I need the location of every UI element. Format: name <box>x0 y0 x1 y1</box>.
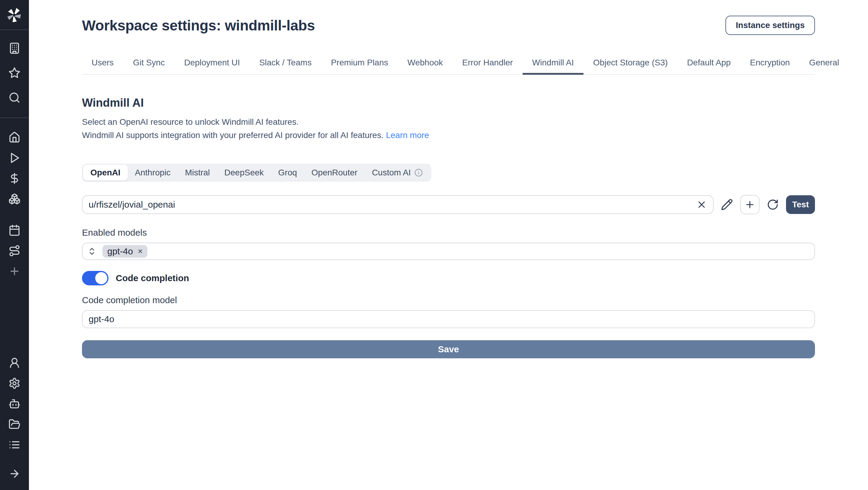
provider-tab-openai[interactable]: OpenAI <box>83 165 128 181</box>
edit-resource-pencil-icon[interactable] <box>721 198 733 211</box>
code-completion-toggle[interactable] <box>82 271 108 285</box>
user-icon[interactable] <box>8 357 21 369</box>
tab-users[interactable]: Users <box>82 58 123 75</box>
route-icon[interactable] <box>8 245 21 257</box>
tab-windmill-ai[interactable]: Windmill AI <box>523 58 584 75</box>
tab-error-handler[interactable]: Error Handler <box>453 58 523 75</box>
provider-tab-mistral[interactable]: Mistral <box>178 165 217 181</box>
folder-open-icon[interactable] <box>8 418 21 430</box>
section-heading: Windmill AI <box>82 96 815 110</box>
description-line-1: Select an OpenAI resource to unlock Wind… <box>82 117 299 127</box>
learn-more-link[interactable]: Learn more <box>386 130 429 140</box>
tab-general[interactable]: General <box>800 58 849 75</box>
provider-tab-custom-ai-label: Custom AI <box>372 168 411 178</box>
remove-model-icon[interactable]: × <box>138 247 143 255</box>
search-icon[interactable] <box>8 92 21 104</box>
tab-encryption[interactable]: Encryption <box>740 58 799 75</box>
settings-tabs: Users Git Sync Deployment UI Slack / Tea… <box>82 58 815 75</box>
openai-resource-value: u/rfiszel/jovial_openai <box>89 200 696 210</box>
chevrons-up-down-icon <box>87 247 96 256</box>
test-button[interactable]: Test <box>786 195 815 214</box>
tab-object-storage-s3[interactable]: Object Storage (S3) <box>584 58 677 75</box>
code-completion-model-value: gpt-4o <box>89 314 114 324</box>
description-line-2: Windmill AI supports integration with yo… <box>82 130 384 140</box>
provider-tab-openrouter[interactable]: OpenRouter <box>304 165 365 181</box>
clear-resource-icon[interactable] <box>696 199 707 210</box>
tab-deployment-ui[interactable]: Deployment UI <box>175 58 250 75</box>
sidebar <box>0 0 29 490</box>
provider-tab-groq[interactable]: Groq <box>271 165 304 181</box>
tab-default-app[interactable]: Default App <box>678 58 741 75</box>
refresh-icon[interactable] <box>767 198 779 211</box>
ai-provider-tabs: OpenAI Anthropic Mistral DeepSeek Groq O… <box>82 164 431 182</box>
code-completion-label: Code completion <box>116 273 189 283</box>
sidebar-main-nav <box>8 131 21 277</box>
code-completion-row: Code completion <box>82 271 815 285</box>
page-title: Workspace settings: windmill-labs <box>82 17 315 34</box>
home-icon[interactable] <box>8 131 21 144</box>
provider-tab-anthropic[interactable]: Anthropic <box>128 165 178 181</box>
tab-slack-teams[interactable]: Slack / Teams <box>250 58 321 75</box>
building-icon[interactable] <box>8 42 21 54</box>
code-completion-model-label: Code completion model <box>82 295 815 305</box>
info-icon <box>414 169 423 177</box>
save-button[interactable]: Save <box>82 340 815 358</box>
enabled-models-multiselect[interactable]: gpt-4o × <box>82 243 815 260</box>
bot-icon[interactable] <box>8 398 21 410</box>
plus-icon[interactable] <box>8 265 21 277</box>
settings-gear-icon[interactable] <box>8 377 21 389</box>
tab-premium-plans[interactable]: Premium Plans <box>321 58 398 75</box>
model-chip-gpt-4o: gpt-4o × <box>102 245 147 258</box>
sidebar-bottom-group <box>8 357 21 490</box>
boxes-icon[interactable] <box>8 193 21 205</box>
sidebar-top-group <box>8 42 21 104</box>
dollar-icon[interactable] <box>8 172 21 184</box>
sidebar-divider <box>0 30 29 30</box>
star-icon[interactable] <box>8 67 21 79</box>
openai-resource-input[interactable]: u/rfiszel/jovial_openai <box>82 195 714 214</box>
provider-tab-deepseek[interactable]: DeepSeek <box>217 165 271 181</box>
toggle-knob <box>95 272 107 284</box>
enabled-models-label: Enabled models <box>82 227 815 238</box>
sidebar-divider <box>0 118 29 118</box>
windmill-logo-icon[interactable] <box>5 6 24 24</box>
workspace-settings-page: Workspace settings: windmill-labs Instan… <box>0 0 868 490</box>
calendar-icon[interactable] <box>8 224 21 236</box>
tab-webhook[interactable]: Webhook <box>398 58 453 75</box>
arrow-right-icon[interactable] <box>8 468 21 480</box>
section-description: Select an OpenAI resource to unlock Wind… <box>82 115 815 142</box>
main-content: Workspace settings: windmill-labs Instan… <box>29 0 868 490</box>
resource-picker-row: u/rfiszel/jovial_openai Test <box>82 195 815 214</box>
plus-icon <box>744 199 755 210</box>
page-header: Workspace settings: windmill-labs Instan… <box>82 16 815 35</box>
instance-settings-button[interactable]: Instance settings <box>725 16 815 35</box>
add-resource-button[interactable] <box>740 195 760 214</box>
provider-tab-custom-ai[interactable]: Custom AI <box>365 165 430 181</box>
model-chip-label: gpt-4o <box>107 246 133 256</box>
tab-git-sync[interactable]: Git Sync <box>123 58 175 75</box>
play-icon[interactable] <box>8 152 21 164</box>
list-icon[interactable] <box>8 439 21 451</box>
code-completion-model-input[interactable]: gpt-4o <box>82 310 815 328</box>
